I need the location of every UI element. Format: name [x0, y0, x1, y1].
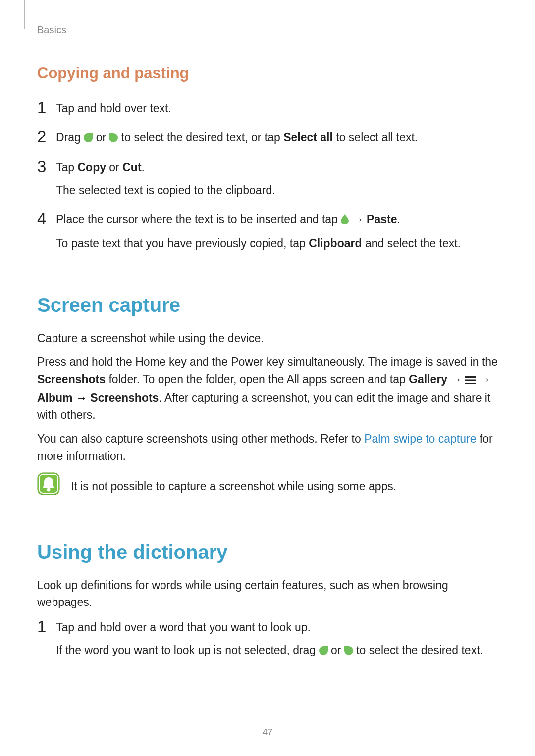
step-body: Tap and hold over text. — [56, 99, 498, 117]
step-row: 3 Tap Copy or Cut. The selected text is … — [37, 158, 498, 199]
step-body: Tap and hold over a word that you want t… — [56, 618, 498, 660]
bold-text: Screenshots — [90, 391, 159, 404]
step-text: Drag or to select the desired text, or t… — [56, 129, 498, 147]
text-fragment: or — [106, 161, 122, 174]
step-row: 2 Drag or to select the desired text, or… — [37, 128, 498, 147]
text-fragment: to select all text. — [333, 131, 418, 144]
text-fragment: Press and hold the Home key and the Powe… — [37, 355, 498, 368]
step-text: Tap and hold over a word that you want t… — [56, 619, 498, 636]
selection-handle-right-icon — [109, 130, 118, 147]
bold-text: Paste — [367, 213, 397, 226]
bold-text: Screenshots — [37, 373, 106, 386]
svg-rect-1 — [465, 379, 476, 381]
page-number: 47 — [0, 725, 535, 740]
step-body: Place the cursor where the text is to be… — [56, 210, 498, 252]
text-fragment: and select the text. — [362, 237, 461, 250]
text-fragment: . — [142, 161, 145, 174]
text-fragment: to select the desired text. — [353, 644, 483, 656]
text-fragment: → — [73, 391, 91, 404]
text-fragment: → — [349, 213, 367, 226]
step-row: 4 Place the cursor where the text is to … — [37, 210, 498, 252]
step-number: 2 — [37, 128, 47, 146]
step-text: Tap and hold over text. — [56, 100, 498, 117]
bold-text: Select all — [283, 131, 333, 144]
text-fragment: You can also capture screenshots using o… — [37, 432, 364, 445]
notice-bell-icon — [37, 472, 60, 500]
step-number: 3 — [37, 158, 47, 176]
paragraph: Capture a screenshot while using the dev… — [37, 330, 498, 347]
step-subtext: The selected text is copied to the clipb… — [56, 182, 498, 199]
step-text: Place the cursor where the text is to be… — [56, 211, 498, 229]
step-subtext: To paste text that you have previously c… — [56, 235, 498, 252]
text-fragment: To paste text that you have previously c… — [56, 237, 309, 250]
step-text: Tap Copy or Cut. — [56, 159, 498, 176]
text-fragment: . — [397, 213, 400, 226]
step-row: 1 Tap and hold over text. — [37, 99, 498, 117]
bold-text: Gallery — [409, 373, 447, 386]
text-fragment: Tap — [56, 161, 77, 174]
selection-handle-left-icon — [84, 130, 93, 147]
section-heading-copying: Copying and pasting — [37, 62, 498, 85]
text-fragment: or — [93, 131, 109, 144]
text-fragment: folder. To open the folder, open the All… — [106, 373, 409, 386]
bold-text: Copy — [77, 161, 106, 174]
text-fragment: Place the cursor where the text is to be… — [56, 213, 341, 226]
bold-text: Clipboard — [309, 237, 362, 250]
note-text: It is not possible to capture a screensh… — [71, 478, 396, 495]
selection-handle-left-icon — [319, 643, 328, 660]
step-number: 1 — [37, 99, 47, 117]
link-palm-swipe[interactable]: Palm swipe to capture — [364, 432, 476, 445]
cursor-drop-icon — [341, 212, 349, 229]
text-fragment: to select the desired text, or tap — [118, 131, 283, 144]
step-subtext: If the word you want to look up is not s… — [56, 642, 498, 660]
section-heading-dictionary: Using the dictionary — [37, 537, 498, 567]
text-fragment: or — [328, 644, 344, 656]
step-number: 4 — [37, 210, 47, 228]
svg-point-5 — [47, 488, 51, 492]
selection-handle-right-icon — [344, 643, 353, 660]
text-fragment: If the word you want to look up is not s… — [56, 644, 319, 656]
svg-rect-0 — [465, 376, 476, 378]
menu-icon — [465, 372, 476, 390]
header-rule — [24, 0, 25, 29]
step-body: Drag or to select the desired text, or t… — [56, 128, 498, 147]
paragraph: You can also capture screenshots using o… — [37, 430, 498, 464]
step-number: 1 — [37, 618, 47, 636]
svg-rect-2 — [465, 383, 476, 384]
step-body: Tap Copy or Cut. The selected text is co… — [56, 158, 498, 199]
text-fragment: Drag — [56, 131, 84, 144]
paragraph: Press and hold the Home key and the Powe… — [37, 353, 498, 423]
manual-page: Basics Copying and pasting 1 Tap and hol… — [0, 0, 535, 756]
text-fragment: → — [447, 373, 465, 386]
bold-text: Album — [37, 391, 73, 404]
breadcrumb: Basics — [37, 15, 498, 37]
section-heading-capture: Screen capture — [37, 290, 498, 320]
text-fragment: → — [476, 373, 490, 386]
bold-text: Cut — [122, 161, 141, 174]
paragraph: Look up definitions for words while usin… — [37, 577, 498, 611]
note-row: It is not possible to capture a screensh… — [37, 472, 498, 500]
step-row: 1 Tap and hold over a word that you want… — [37, 618, 498, 660]
